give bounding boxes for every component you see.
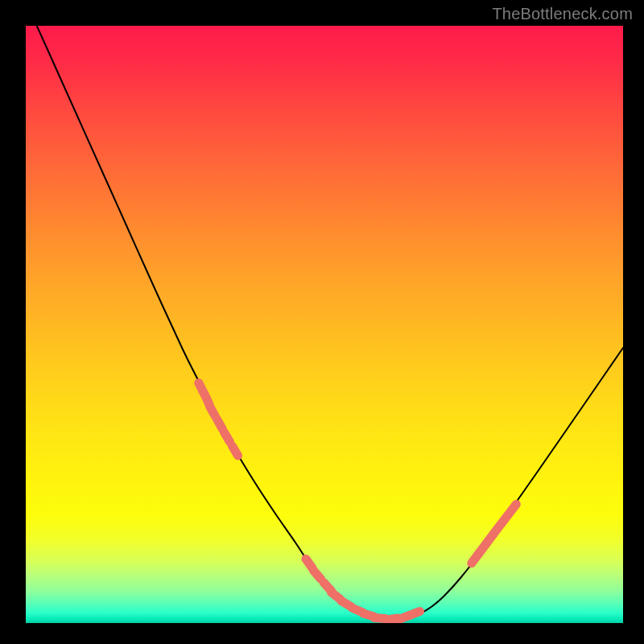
main-curve bbox=[26, 26, 623, 620]
highlight-bead bbox=[232, 446, 237, 456]
watermark-text: TheBottleneck.com bbox=[492, 5, 633, 23]
chart-container: TheBottleneck.com bbox=[0, 0, 644, 644]
plot-area bbox=[26, 26, 623, 623]
highlight-bead bbox=[409, 611, 419, 615]
highlight-bead bbox=[313, 571, 320, 580]
highlight-bead bbox=[224, 432, 229, 442]
highlight-bead bbox=[217, 419, 223, 429]
chart-svg bbox=[26, 26, 623, 623]
highlight-points bbox=[199, 383, 516, 620]
highlight-bead bbox=[210, 407, 216, 416]
highlight-bead bbox=[510, 504, 517, 513]
